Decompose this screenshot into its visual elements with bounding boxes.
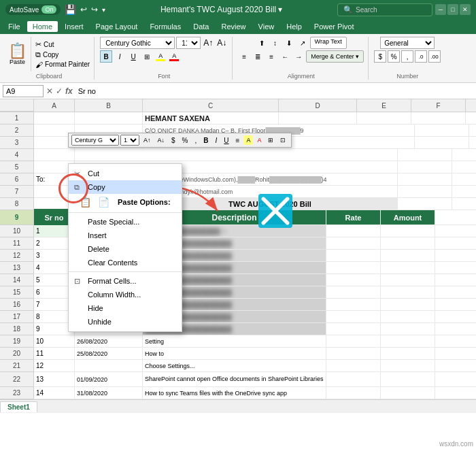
comma-button[interactable]: ,: [401, 50, 413, 63]
close-button[interactable]: ✕: [460, 4, 471, 15]
align-center-button[interactable]: ≣: [252, 50, 264, 63]
maximize-button[interactable]: □: [447, 4, 458, 15]
increase-decimal-button[interactable]: .00: [428, 50, 441, 63]
row-header-14[interactable]: 14: [0, 274, 33, 286]
cell-f9[interactable]: Amount: [381, 210, 435, 224]
cell-f20[interactable]: [381, 348, 435, 359]
row-header-7[interactable]: 7: [0, 186, 33, 198]
cell-d1[interactable]: [279, 112, 357, 124]
cell-b20[interactable]: 25/08/2020: [75, 348, 143, 359]
row-header-12[interactable]: 12: [0, 250, 33, 262]
cell-f17[interactable]: [381, 311, 435, 322]
context-delete[interactable]: Delete: [69, 242, 182, 256]
merge-center-button[interactable]: Merge & Center ▾: [306, 50, 364, 63]
cell-b21[interactable]: [75, 360, 143, 371]
cell-e14[interactable]: [326, 274, 381, 286]
cell-f5[interactable]: [398, 161, 452, 173]
cell-a23[interactable]: 14: [34, 387, 75, 399]
currency-button[interactable]: $: [374, 50, 386, 63]
cell-e16[interactable]: [326, 299, 381, 310]
increase-font-button[interactable]: A↑: [202, 37, 214, 49]
context-unhide[interactable]: Unhide: [69, 315, 182, 329]
mini-size-select[interactable]: 11: [120, 135, 139, 146]
cell-f11[interactable]: [381, 237, 435, 249]
cell-f3[interactable]: [415, 137, 469, 148]
cell-e23[interactable]: [326, 387, 381, 399]
format-painter-button[interactable]: 🖌 Format Painter: [35, 61, 90, 69]
mini-underline[interactable]: U: [221, 135, 231, 146]
wrap-text-button[interactable]: Wrap Text: [310, 37, 347, 49]
menu-review[interactable]: Review: [216, 21, 251, 32]
menu-help[interactable]: Help: [281, 21, 307, 32]
cell-c19[interactable]: Setting: [143, 335, 326, 347]
cell-e9[interactable]: Rate: [326, 210, 381, 224]
cell-a20[interactable]: 11: [34, 348, 75, 359]
mini-fill-color[interactable]: A: [243, 135, 253, 145]
font-name-select[interactable]: Century Gothic: [100, 37, 175, 49]
cell-b23[interactable]: 31/08/2020: [75, 387, 143, 399]
cell-f10[interactable]: [381, 225, 435, 237]
paste-button[interactable]: 📋 Paste: [8, 44, 27, 65]
undo-icon[interactable]: ↩: [80, 5, 87, 14]
menu-home[interactable]: Home: [27, 21, 58, 32]
cell-f8[interactable]: [398, 198, 452, 210]
context-format-cells[interactable]: ⊡ Format Cells...: [69, 274, 182, 288]
align-right-button[interactable]: ≡: [265, 50, 277, 63]
italic-button[interactable]: I: [114, 50, 126, 63]
row-header-19[interactable]: 19: [0, 335, 33, 348]
mini-decrease-font[interactable]: A↓: [155, 135, 168, 145]
cell-f14[interactable]: [381, 274, 435, 286]
context-clear-contents[interactable]: Clear Contents: [69, 256, 182, 269]
row-header-16[interactable]: 16: [0, 299, 33, 311]
menu-data[interactable]: Data: [188, 21, 214, 32]
cell-b19[interactable]: 26/08/2020: [75, 335, 143, 347]
row-header-6[interactable]: 6: [0, 173, 33, 186]
row-header-22[interactable]: 22: [0, 372, 33, 387]
cell-c21[interactable]: Choose Settings...: [143, 360, 326, 371]
align-middle-button[interactable]: ↕: [269, 37, 282, 49]
menu-file[interactable]: File: [3, 21, 26, 32]
row-header-8[interactable]: 8: [0, 198, 33, 210]
mini-font-select[interactable]: Century G: [71, 135, 119, 146]
cell-a22[interactable]: 13: [34, 372, 75, 386]
cell-c23[interactable]: How to sync Teams files with the OneDriv…: [143, 387, 326, 399]
row-header-1[interactable]: 1: [0, 112, 33, 124]
col-header-f[interactable]: F: [411, 99, 466, 112]
fill-color-button[interactable]: A: [154, 50, 167, 63]
col-header-e[interactable]: E: [357, 99, 411, 112]
cell-f19[interactable]: [381, 335, 435, 347]
cell-e10[interactable]: [326, 225, 381, 237]
mini-currency[interactable]: $: [169, 135, 178, 146]
cell-b4[interactable]: [75, 149, 398, 161]
cell-f1[interactable]: [411, 112, 466, 124]
cell-f23[interactable]: [381, 387, 435, 399]
increase-indent-button[interactable]: →: [292, 50, 305, 63]
cell-c1[interactable]: HEMANT SAXENA: [143, 112, 279, 124]
cell-e12[interactable]: [326, 250, 381, 261]
select-all-button[interactable]: [0, 99, 34, 112]
context-cut[interactable]: ✂ Cut: [69, 167, 182, 180]
row-header-5[interactable]: 5: [0, 161, 33, 173]
bold-button[interactable]: B: [100, 50, 112, 63]
cell-c22[interactable]: SharePoint cannot open Office documents …: [143, 372, 326, 386]
col-header-c[interactable]: C: [143, 99, 279, 112]
row-header-11[interactable]: 11: [0, 237, 33, 250]
cell-e21[interactable]: [326, 360, 381, 371]
menu-view[interactable]: View: [253, 21, 280, 32]
cell-a19[interactable]: 10: [34, 335, 75, 347]
autosave-state[interactable]: On: [41, 5, 56, 14]
cell-b1[interactable]: [75, 112, 143, 124]
decrease-decimal-button[interactable]: .0: [415, 50, 427, 63]
context-insert[interactable]: Insert: [69, 229, 182, 242]
cell-f4[interactable]: [398, 149, 452, 161]
cell-e19[interactable]: [326, 335, 381, 347]
mini-percent[interactable]: %: [180, 135, 191, 146]
row-header-18[interactable]: 18: [0, 323, 33, 335]
decrease-indent-button[interactable]: ←: [279, 50, 291, 63]
formula-fx-icon[interactable]: fx: [65, 86, 73, 96]
cell-c20[interactable]: How to: [143, 348, 326, 359]
row-header-13[interactable]: 13: [0, 262, 33, 274]
cell-f6[interactable]: [398, 173, 452, 185]
row-header-17[interactable]: 17: [0, 311, 33, 323]
font-color-button[interactable]: A: [168, 50, 180, 63]
